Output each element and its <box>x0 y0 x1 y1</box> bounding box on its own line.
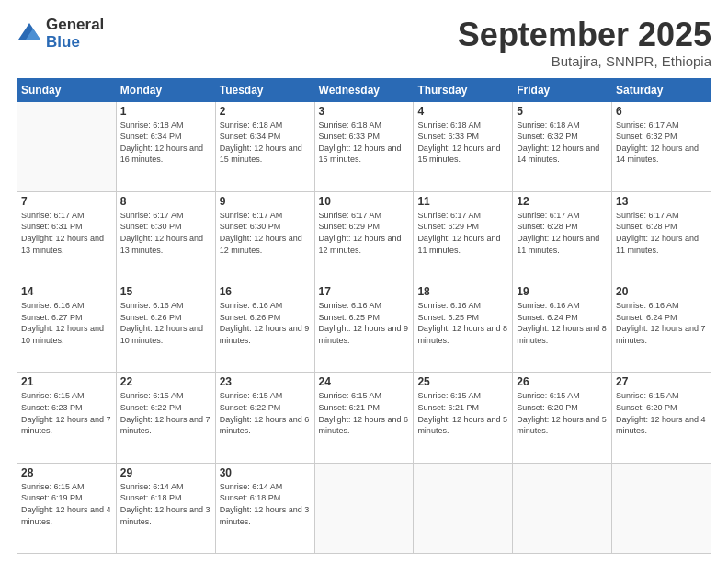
calendar-cell <box>513 463 612 553</box>
title-block: September 2025 Butajira, SNNPR, Ethiopia <box>458 17 711 69</box>
location: Butajira, SNNPR, Ethiopia <box>458 53 711 69</box>
week-row-4: 21Sunrise: 6:15 AMSunset: 6:23 PMDayligh… <box>17 373 711 463</box>
day-info: Sunrise: 6:16 AMSunset: 6:27 PMDaylight:… <box>21 300 112 346</box>
calendar-cell: 26Sunrise: 6:15 AMSunset: 6:20 PMDayligh… <box>513 373 612 463</box>
calendar-cell <box>314 463 414 553</box>
calendar-cell: 13Sunrise: 6:17 AMSunset: 6:28 PMDayligh… <box>612 191 711 282</box>
calendar-cell: 29Sunrise: 6:14 AMSunset: 6:18 PMDayligh… <box>116 463 215 553</box>
day-number: 14 <box>21 285 112 298</box>
calendar-cell: 18Sunrise: 6:16 AMSunset: 6:25 PMDayligh… <box>414 282 513 373</box>
calendar-cell: 8Sunrise: 6:17 AMSunset: 6:30 PMDaylight… <box>116 191 215 282</box>
day-info: Sunrise: 6:17 AMSunset: 6:32 PMDaylight:… <box>616 120 707 166</box>
calendar-cell: 25Sunrise: 6:15 AMSunset: 6:21 PMDayligh… <box>414 373 513 463</box>
day-number: 19 <box>517 285 608 298</box>
calendar-cell: 4Sunrise: 6:18 AMSunset: 6:33 PMDaylight… <box>414 101 513 191</box>
day-info: Sunrise: 6:16 AMSunset: 6:24 PMDaylight:… <box>517 300 608 346</box>
day-number: 25 <box>417 375 508 388</box>
weekday-header-saturday: Saturday <box>612 78 711 101</box>
calendar-cell <box>612 463 711 553</box>
calendar-cell: 19Sunrise: 6:16 AMSunset: 6:24 PMDayligh… <box>513 282 612 373</box>
day-number: 22 <box>120 375 211 388</box>
calendar-cell: 15Sunrise: 6:16 AMSunset: 6:26 PMDayligh… <box>116 282 215 373</box>
weekday-header-monday: Monday <box>116 78 215 101</box>
day-info: Sunrise: 6:16 AMSunset: 6:25 PMDaylight:… <box>417 300 508 346</box>
weekday-header-row: SundayMondayTuesdayWednesdayThursdayFrid… <box>17 78 711 101</box>
day-info: Sunrise: 6:15 AMSunset: 6:19 PMDaylight:… <box>21 481 112 527</box>
calendar-cell: 21Sunrise: 6:15 AMSunset: 6:23 PMDayligh… <box>17 373 117 463</box>
day-info: Sunrise: 6:15 AMSunset: 6:21 PMDaylight:… <box>319 390 410 436</box>
day-number: 29 <box>120 466 211 479</box>
day-info: Sunrise: 6:16 AMSunset: 6:26 PMDaylight:… <box>120 300 211 346</box>
day-info: Sunrise: 6:16 AMSunset: 6:25 PMDaylight:… <box>319 300 410 346</box>
day-number: 21 <box>21 375 112 388</box>
calendar-cell: 10Sunrise: 6:17 AMSunset: 6:29 PMDayligh… <box>314 191 414 282</box>
logo-blue-text: Blue <box>46 34 104 52</box>
calendar-cell: 1Sunrise: 6:18 AMSunset: 6:34 PMDaylight… <box>116 101 215 191</box>
week-row-2: 7Sunrise: 6:17 AMSunset: 6:31 PMDaylight… <box>17 191 711 282</box>
day-info: Sunrise: 6:15 AMSunset: 6:20 PMDaylight:… <box>616 390 707 436</box>
weekday-header-tuesday: Tuesday <box>215 78 314 101</box>
day-info: Sunrise: 6:14 AMSunset: 6:18 PMDaylight:… <box>120 481 211 527</box>
day-number: 23 <box>220 375 311 388</box>
logo-text: General Blue <box>46 17 104 51</box>
day-info: Sunrise: 6:17 AMSunset: 6:30 PMDaylight:… <box>220 210 311 256</box>
calendar-cell: 22Sunrise: 6:15 AMSunset: 6:22 PMDayligh… <box>116 373 215 463</box>
calendar-cell: 16Sunrise: 6:16 AMSunset: 6:26 PMDayligh… <box>215 282 314 373</box>
day-number: 18 <box>417 285 508 298</box>
calendar-cell: 3Sunrise: 6:18 AMSunset: 6:33 PMDaylight… <box>314 101 414 191</box>
day-info: Sunrise: 6:17 AMSunset: 6:30 PMDaylight:… <box>120 210 211 256</box>
day-number: 2 <box>220 105 311 118</box>
week-row-5: 28Sunrise: 6:15 AMSunset: 6:19 PMDayligh… <box>17 463 711 553</box>
day-number: 28 <box>21 466 112 479</box>
day-info: Sunrise: 6:17 AMSunset: 6:29 PMDaylight:… <box>417 210 508 256</box>
day-info: Sunrise: 6:18 AMSunset: 6:34 PMDaylight:… <box>120 120 211 166</box>
day-number: 7 <box>21 195 112 208</box>
logo: General Blue <box>17 17 104 51</box>
logo-general-text: General <box>46 17 104 34</box>
day-info: Sunrise: 6:15 AMSunset: 6:22 PMDaylight:… <box>220 390 311 436</box>
calendar-cell: 17Sunrise: 6:16 AMSunset: 6:25 PMDayligh… <box>314 282 414 373</box>
day-info: Sunrise: 6:15 AMSunset: 6:22 PMDaylight:… <box>120 390 211 436</box>
day-number: 24 <box>319 375 410 388</box>
day-number: 5 <box>517 105 608 118</box>
day-number: 3 <box>319 105 410 118</box>
day-number: 12 <box>517 195 608 208</box>
day-number: 26 <box>517 375 608 388</box>
day-info: Sunrise: 6:18 AMSunset: 6:33 PMDaylight:… <box>417 120 508 166</box>
calendar-cell: 28Sunrise: 6:15 AMSunset: 6:19 PMDayligh… <box>17 463 117 553</box>
calendar-cell <box>414 463 513 553</box>
logo-icon <box>17 21 42 47</box>
calendar-table: SundayMondayTuesdayWednesdayThursdayFrid… <box>17 78 711 554</box>
day-info: Sunrise: 6:17 AMSunset: 6:31 PMDaylight:… <box>21 210 112 256</box>
calendar-cell: 30Sunrise: 6:14 AMSunset: 6:18 PMDayligh… <box>215 463 314 553</box>
weekday-header-friday: Friday <box>513 78 612 101</box>
day-info: Sunrise: 6:17 AMSunset: 6:28 PMDaylight:… <box>517 210 608 256</box>
calendar-cell: 5Sunrise: 6:18 AMSunset: 6:32 PMDaylight… <box>513 101 612 191</box>
calendar-cell: 2Sunrise: 6:18 AMSunset: 6:34 PMDaylight… <box>215 101 314 191</box>
day-info: Sunrise: 6:14 AMSunset: 6:18 PMDaylight:… <box>220 481 311 527</box>
calendar-cell: 24Sunrise: 6:15 AMSunset: 6:21 PMDayligh… <box>314 373 414 463</box>
day-number: 10 <box>319 195 410 208</box>
day-number: 6 <box>616 105 707 118</box>
day-number: 1 <box>120 105 211 118</box>
day-number: 13 <box>616 195 707 208</box>
day-number: 15 <box>120 285 211 298</box>
day-number: 4 <box>417 105 508 118</box>
day-info: Sunrise: 6:15 AMSunset: 6:21 PMDaylight:… <box>417 390 508 436</box>
day-number: 9 <box>220 195 311 208</box>
weekday-header-sunday: Sunday <box>17 78 117 101</box>
day-number: 27 <box>616 375 707 388</box>
calendar-cell: 6Sunrise: 6:17 AMSunset: 6:32 PMDaylight… <box>612 101 711 191</box>
day-info: Sunrise: 6:16 AMSunset: 6:26 PMDaylight:… <box>220 300 311 346</box>
weekday-header-wednesday: Wednesday <box>314 78 414 101</box>
calendar-cell: 14Sunrise: 6:16 AMSunset: 6:27 PMDayligh… <box>17 282 117 373</box>
day-info: Sunrise: 6:15 AMSunset: 6:20 PMDaylight:… <box>517 390 608 436</box>
day-info: Sunrise: 6:16 AMSunset: 6:24 PMDaylight:… <box>616 300 707 346</box>
day-info: Sunrise: 6:17 AMSunset: 6:29 PMDaylight:… <box>319 210 410 256</box>
page: General Blue September 2025 Butajira, SN… <box>0 0 728 563</box>
day-number: 30 <box>220 466 311 479</box>
day-number: 8 <box>120 195 211 208</box>
day-number: 16 <box>220 285 311 298</box>
calendar-cell: 7Sunrise: 6:17 AMSunset: 6:31 PMDaylight… <box>17 191 117 282</box>
calendar-cell: 27Sunrise: 6:15 AMSunset: 6:20 PMDayligh… <box>612 373 711 463</box>
